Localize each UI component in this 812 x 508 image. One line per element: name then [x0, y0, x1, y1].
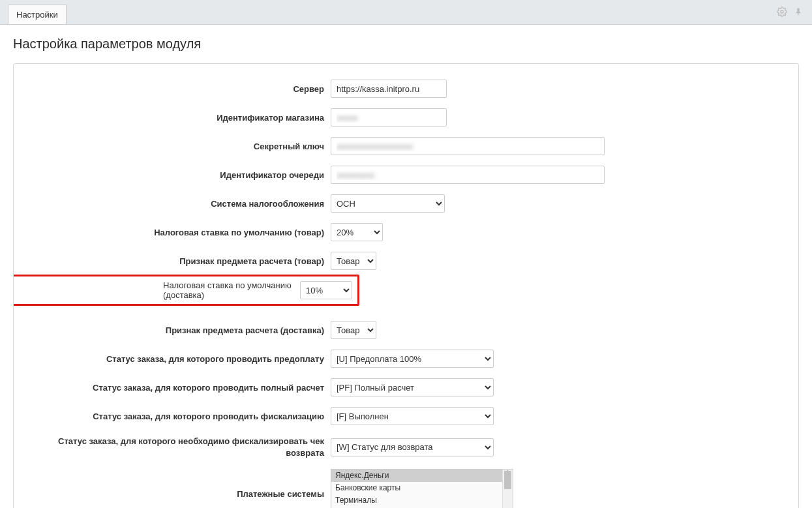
form-panel: Сервер Идентификатор магазина Секретный …: [13, 63, 799, 508]
top-bar: Настройки: [0, 0, 812, 25]
listbox-scrollbar[interactable]: ▲: [502, 470, 513, 508]
paysystems-listbox[interactable]: Яндекс.ДеньгиБанковские картыТерминалыНа…: [331, 469, 513, 508]
subject-product-select[interactable]: Товар: [331, 252, 376, 270]
page-body: Настройка параметров модуля Сервер Идент…: [0, 25, 812, 508]
tab-settings[interactable]: Настройки: [8, 5, 67, 24]
topbar-icons: [777, 7, 803, 17]
secret-input[interactable]: [331, 137, 605, 155]
label-subject-product: Признак предмета расчета (товар): [24, 256, 331, 266]
shop-id-input[interactable]: [331, 108, 447, 127]
label-shop-id: Идентификатор магазина: [24, 113, 331, 123]
paysystem-option[interactable]: Яндекс.Деньги: [331, 470, 502, 482]
label-server: Сервер: [24, 84, 331, 94]
pin-icon[interactable]: [794, 7, 803, 17]
label-queue: Идентификатор очереди: [24, 170, 331, 180]
page-title: Настройка параметров модуля: [13, 37, 799, 52]
paysystem-option[interactable]: Терминалы: [331, 494, 502, 507]
status-fiscal-select[interactable]: [F] Выполнен: [331, 407, 494, 425]
server-input[interactable]: [331, 80, 447, 98]
tax-system-select[interactable]: ОСН: [331, 194, 445, 213]
label-status-prepay: Статус заказа, для которого проводить пр…: [24, 354, 331, 364]
svg-point-0: [781, 10, 783, 13]
label-tax-rate-delivery: Налоговая ставка по умолчанию (доставка): [13, 280, 300, 300]
highlight-tax-rate-delivery: Налоговая ставка по умолчанию (доставка)…: [13, 275, 359, 306]
paysystem-option[interactable]: Банковские карты: [331, 482, 502, 494]
label-tax-rate-product: Налоговая ставка по умолчанию (товар): [24, 228, 331, 237]
label-paysystems: Платежные системы: [24, 489, 331, 499]
tax-rate-product-select[interactable]: 20%: [331, 223, 383, 241]
label-tax-system: Система налогообложения: [24, 199, 331, 209]
tax-rate-delivery-select[interactable]: 10%: [300, 281, 352, 299]
label-status-refund: Статус заказа, для которого необходимо ф…: [24, 436, 331, 458]
status-refund-select[interactable]: [W] Статус для возврата: [331, 438, 494, 456]
label-subject-delivery: Признак предмета расчета (доставка): [24, 325, 331, 335]
subject-delivery-select[interactable]: Товар: [331, 321, 376, 339]
queue-input[interactable]: [331, 166, 605, 184]
gear-icon[interactable]: [777, 7, 787, 17]
status-fullpay-select[interactable]: [PF] Полный расчет: [331, 378, 494, 396]
status-prepay-select[interactable]: [U] Предоплата 100%: [331, 350, 494, 368]
label-secret: Секретный ключ: [24, 142, 331, 151]
label-status-fiscal: Статус заказа, для которого проводить фи…: [24, 411, 331, 421]
label-status-fullpay: Статус заказа, для которого проводить по…: [24, 383, 331, 393]
